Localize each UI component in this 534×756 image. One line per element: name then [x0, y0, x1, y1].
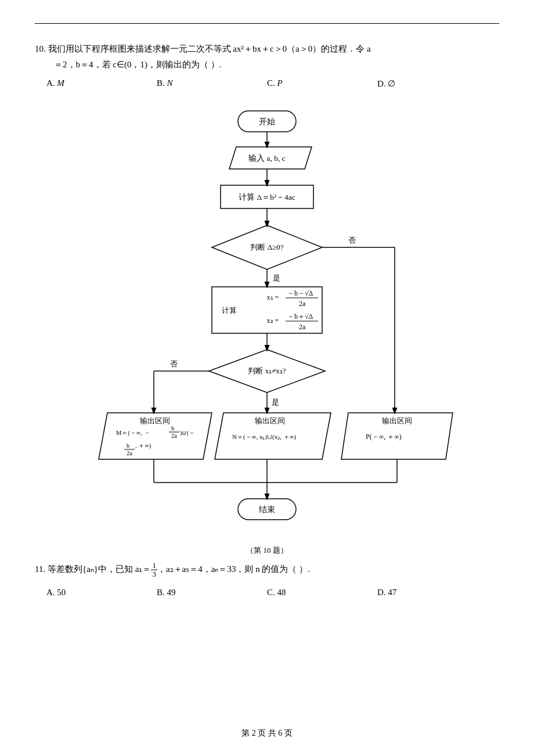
- q10-number: 10.: [35, 44, 46, 53]
- input-label: 输入 a, b, c: [248, 154, 286, 163]
- page: 10. 我们用以下程序框图来描述求解一元二次不等式 ax²＋bx＋c＞0（a＞0…: [0, 0, 534, 756]
- judge1-no-label: 否: [348, 236, 356, 244]
- q11-choice-b: B. 49: [157, 585, 267, 600]
- out2-val: N＝(－∞, x₁)∪(x₂, ＋∞): [232, 433, 297, 441]
- q10-text1: 我们用以下程序框图来描述求解一元二次不等式 ax²＋bx＋c＞0（a＞0）的过程…: [48, 44, 371, 53]
- q10-choice-d: D. ∅: [377, 78, 488, 89]
- q11-text1: 等差数列{aₙ}中，已知 a₁＝: [48, 564, 151, 574]
- q11-choice-d: D. 47: [377, 585, 488, 600]
- flowchart-caption: （第 10 题）: [35, 545, 499, 556]
- out1-val3: , ＋∞): [135, 442, 151, 449]
- question-10-text: 10. 我们用以下程序框图来描述求解一元二次不等式 ax²＋bx＋c＞0（a＞0…: [35, 41, 499, 73]
- out1-frac-num: b: [171, 425, 174, 431]
- q11-choice-c: C. 48: [267, 585, 377, 600]
- judge2-label: 判断 x₁≠x₂?: [248, 366, 286, 375]
- q11-choice-a: A. 50: [46, 585, 157, 600]
- judge2-yes-label: 是: [272, 398, 279, 406]
- q10-choice-b: B. N: [157, 78, 267, 89]
- x1-den: 2a: [299, 300, 306, 308]
- q10-choice-a: A. M: [46, 78, 157, 89]
- judge2-no-label: 否: [170, 359, 178, 368]
- q11-choices: A. 50 B. 49 C. 48 D. 47: [46, 585, 499, 600]
- q11-frac: 1 3: [151, 561, 157, 579]
- end-label: 结束: [259, 505, 275, 514]
- q10-text2: ＝2，b＝4，若 c∈(0，1)，则输出的为（ ）.: [54, 60, 221, 69]
- x1-label: x₁ =: [267, 293, 279, 301]
- question-10: 10. 我们用以下程序框图来描述求解一元二次不等式 ax²＋bx＋c＞0（a＞0…: [35, 41, 499, 89]
- calc-delta-label: 计算 Δ＝b²－4ac: [239, 193, 295, 201]
- question-11-text: 11. 等差数列{aₙ}中，已知 a₁＝ 1 3 ，a₂＋a₅＝4，aₙ＝33，…: [35, 561, 499, 579]
- calc2-label: 计算: [222, 306, 237, 315]
- flowchart-container: 开始 输入 a, b, c 计算 Δ＝b²－4ac 判断 Δ≥0? 是: [35, 99, 499, 541]
- out2-title: 输出区间: [255, 416, 285, 425]
- question-11: 11. 等差数列{aₙ}中，已知 a₁＝ 1 3 ，a₂＋a₅＝4，aₙ＝33，…: [35, 561, 499, 600]
- out1-val1: M＝(－∞, －: [116, 430, 150, 437]
- top-divider: [35, 23, 499, 24]
- x2-label: x₂ =: [267, 316, 279, 325]
- q11-text2: ，a₂＋a₅＝4，aₙ＝33，则 n 的值为（ ）.: [157, 564, 310, 574]
- out1-frac2-den: 2a: [127, 450, 132, 456]
- page-footer: 第 2 页 共 6 页: [0, 728, 534, 739]
- out1-title: 输出区间: [140, 416, 170, 425]
- q10-choices: A. M B. N C. P D. ∅: [46, 78, 499, 89]
- out1-frac2-num: b: [127, 442, 129, 449]
- out1-frac-den: 2a: [171, 433, 177, 439]
- x1-num: －b－√Δ: [287, 289, 313, 297]
- out3-title: 输出区间: [382, 416, 412, 425]
- start-label: 开始: [259, 117, 275, 126]
- x2-den: 2a: [299, 323, 306, 331]
- judge1-yes-label: 是: [273, 273, 280, 282]
- out3-val: P(－∞, ＋∞): [366, 433, 402, 441]
- judge1-label: 判断 Δ≥0?: [250, 243, 283, 251]
- q10-choice-c: C. P: [267, 78, 377, 89]
- out1-val2: )∪(－: [180, 430, 195, 437]
- flowchart-svg: 开始 输入 a, b, c 计算 Δ＝b²－4ac 判断 Δ≥0? 是: [64, 99, 470, 541]
- q11-number: 11.: [35, 564, 45, 574]
- x2-num: －b＋√Δ: [287, 312, 313, 321]
